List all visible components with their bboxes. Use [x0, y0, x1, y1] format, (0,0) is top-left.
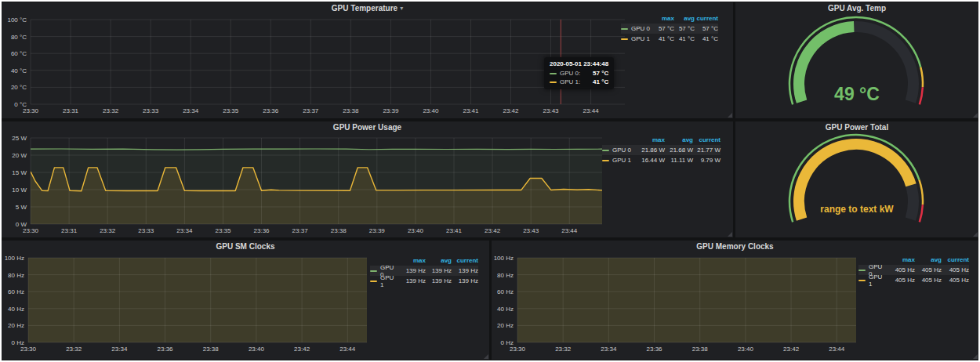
x-axis-label: 23:34	[176, 227, 193, 234]
legend-series-toggle[interactable]: GPU 0	[621, 25, 654, 32]
tooltip-series-name: GPU 1:	[560, 78, 580, 85]
legend-header-max[interactable]: max	[635, 136, 665, 143]
legend-stat-value: 405 Hz	[915, 277, 942, 284]
series-color-swatch-icon	[621, 28, 628, 30]
legend-stat-value: 139 Hz	[426, 267, 452, 274]
y-axis-label: 100 Hz	[5, 255, 24, 262]
legend-stat-value: 405 Hz	[887, 277, 915, 284]
panel-resize-handle[interactable]	[728, 113, 732, 118]
series-color-swatch-icon	[370, 281, 377, 282]
series-color-swatch-icon	[370, 270, 377, 272]
legend-series-row: GPU 116.44 W11.11 W9.79 W	[602, 155, 720, 165]
legend-header-max[interactable]: max	[887, 256, 915, 263]
legend-gpu-memory-clocks: maxavgcurrentGPU 0405 Hz405 Hz405 HzGPU …	[858, 255, 969, 285]
x-axis-label: 23:39	[369, 227, 386, 234]
x-axis-label: 23:33	[143, 107, 159, 114]
x-axis-label: 23:40	[738, 346, 754, 353]
legend-series-toggle[interactable]: GPU 1	[602, 157, 635, 164]
panel-title-gpu-sm-clocks[interactable]: GPU SM Clocks	[2, 241, 489, 252]
legend-series-row: GPU 141 °C41 °C41 °C	[621, 34, 718, 44]
panel-resize-handle[interactable]	[973, 113, 978, 118]
x-axis-label: 23:35	[215, 227, 231, 234]
x-axis-label: 23:34	[601, 346, 617, 353]
graph-tooltip: 2020-05-01 23:44:48 GPU 0:57 °CGPU 1:41 …	[544, 57, 614, 89]
y-axis-label: 80 °C	[11, 34, 27, 41]
legend-gpu-power-usage: maxavgcurrentGPU 021.86 W21.68 W21.77 WG…	[602, 135, 720, 165]
series-name: GPU 1	[869, 273, 887, 288]
panel-resize-handle[interactable]	[973, 354, 978, 359]
legend-header-row: maxavgcurrent	[602, 135, 720, 145]
legend-stat-value: 57 °C	[674, 25, 695, 32]
legend-gpu-sm-clocks: maxavgcurrentGPU 0139 Hz139 Hz139 HzGPU …	[370, 255, 478, 286]
legend-stat-value: 9.79 W	[693, 157, 720, 164]
legend-stat-value: 21.86 W	[635, 147, 665, 154]
gauge-gpu-power-total	[735, 121, 978, 237]
legend-stat-value: 57 °C	[695, 25, 718, 32]
panel-title-gpu-power-total[interactable]: GPU Power Total	[735, 121, 978, 133]
tooltip-series-row: GPU 1:41 °C	[550, 78, 608, 86]
x-axis-label: 23:38	[343, 107, 359, 114]
legend-header-avg[interactable]: avg	[665, 136, 693, 143]
y-axis-label: 20 Hz	[497, 322, 514, 329]
y-axis-label: 80 Hz	[8, 272, 24, 279]
y-axis-label: 15 W	[12, 169, 27, 176]
x-axis-label: 23:38	[692, 346, 709, 353]
panel-title-gpu-power-usage[interactable]: GPU Power Usage	[2, 121, 733, 133]
legend-header-current[interactable]: current	[942, 256, 969, 263]
legend-stat-value: 139 Hz	[398, 277, 426, 284]
legend-stat-value: 41 °C	[654, 35, 674, 42]
legend-stat-value: 57 °C	[654, 25, 674, 32]
x-axis-label: 23:43	[523, 227, 539, 234]
legend-header-max[interactable]: max	[398, 257, 426, 264]
legend-series-toggle[interactable]: GPU 1	[858, 273, 887, 288]
y-axis-label: 80 Hz	[497, 272, 514, 279]
x-axis-label: 23:42	[783, 346, 800, 353]
legend-header-current[interactable]: current	[693, 136, 720, 143]
legend-header-current[interactable]: current	[695, 15, 718, 22]
legend-series-toggle[interactable]: GPU 1	[370, 274, 398, 288]
series-name: GPU 0	[631, 25, 650, 32]
panel-gpu-sm-clocks: GPU SM Clocks 0 Hz20 Hz40 Hz60 Hz80 Hz10…	[2, 241, 489, 360]
legend-series-toggle[interactable]: GPU 0	[602, 147, 635, 154]
legend-header-current[interactable]: current	[452, 257, 478, 264]
legend-header-max[interactable]: max	[654, 15, 674, 22]
x-axis-label: 23:41	[463, 107, 479, 114]
panel-title-gpu-temperature[interactable]: GPU Temperature ▾	[2, 2, 733, 14]
x-axis-label: 23:31	[63, 107, 79, 114]
legend-stat-value: 139 Hz	[452, 277, 478, 284]
x-axis-label: 23:43	[543, 107, 560, 114]
series-name: GPU 1	[380, 274, 398, 288]
panel-title-text: GPU Power Usage	[333, 123, 401, 132]
panel-gpu-power-total: GPU Power Total range to text kW	[735, 121, 978, 237]
x-axis-label: 23:34	[111, 346, 128, 353]
series-name: GPU 1	[631, 35, 650, 42]
x-axis-label: 23:38	[203, 346, 220, 353]
panel-resize-handle[interactable]	[728, 232, 732, 237]
panel-resize-handle[interactable]	[484, 354, 488, 359]
x-axis-label: 23:44	[339, 346, 356, 353]
legend-header-avg[interactable]: avg	[674, 15, 695, 22]
legend-stat-value: 21.77 W	[693, 147, 720, 154]
legend-header-avg[interactable]: avg	[426, 257, 452, 264]
x-axis-label: 23:40	[408, 227, 424, 234]
panel-title-gpu-avg-temp[interactable]: GPU Avg. Temp	[735, 2, 978, 14]
legend-stat-value: 41 °C	[674, 35, 695, 42]
grafana-dashboard: GPU Temperature ▾ 0 °C20 °C40 °C60 °C80 …	[0, 0, 980, 362]
panel-title-gpu-memory-clocks[interactable]: GPU Memory Clocks	[492, 241, 978, 252]
panel-title-text: GPU Power Total	[826, 123, 888, 132]
x-axis-label: 23:40	[249, 346, 265, 353]
series-color-swatch-icon	[858, 270, 866, 271]
x-axis-label: 23:34	[183, 107, 199, 114]
series-color-swatch-icon	[858, 280, 866, 281]
series-color-swatch-icon	[602, 160, 609, 161]
x-axis-label: 23:36	[158, 346, 174, 353]
x-axis-label: 23:30	[23, 227, 39, 234]
legend-series-toggle[interactable]: GPU 1	[621, 35, 654, 42]
tooltip-series-value: 41 °C	[585, 78, 608, 85]
x-axis-label: 23:44	[829, 346, 845, 353]
panel-resize-handle[interactable]	[973, 232, 978, 237]
y-axis-label: 40 °C	[11, 67, 27, 74]
y-axis-label: 20 Hz	[8, 322, 24, 329]
x-axis-label: 23:33	[138, 227, 154, 234]
legend-header-avg[interactable]: avg	[915, 256, 942, 263]
